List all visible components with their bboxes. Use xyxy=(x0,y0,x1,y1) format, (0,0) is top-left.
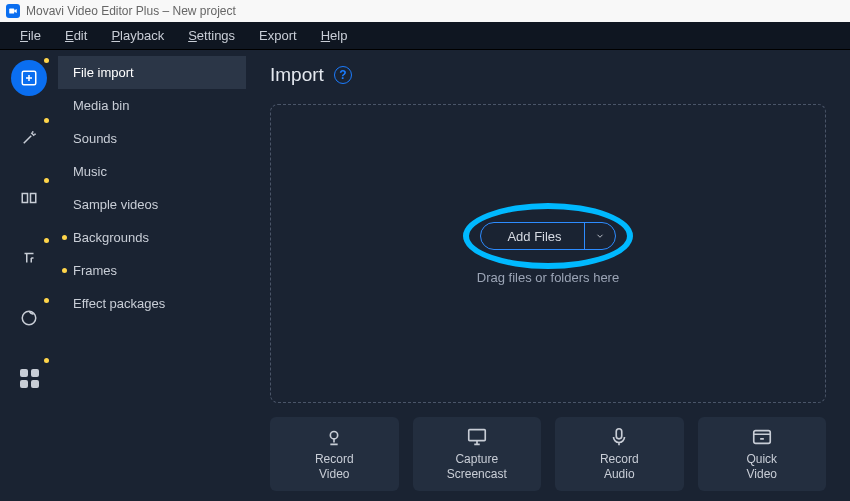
rail-stickers[interactable] xyxy=(11,300,47,336)
wand-icon xyxy=(20,129,38,147)
quick-video-button[interactable]: QuickVideo xyxy=(698,417,827,491)
button-label: CaptureScreencast xyxy=(447,452,507,482)
sidebar-item-frames[interactable]: Frames xyxy=(58,254,246,287)
rail-more[interactable] xyxy=(11,360,47,396)
quick-video-icon xyxy=(751,426,773,448)
rail-dot-icon xyxy=(44,358,49,363)
app-icon xyxy=(6,4,20,18)
new-dot-icon xyxy=(62,268,67,273)
plus-icon xyxy=(20,69,38,87)
grid-icon xyxy=(20,369,39,388)
sidebar-item-label: File import xyxy=(73,65,134,80)
content-panel: Import ? Add Files Drag files or folders… xyxy=(246,50,850,501)
rail-titles[interactable] xyxy=(11,240,47,276)
content-header: Import ? xyxy=(270,64,826,86)
rail-dot-icon xyxy=(44,58,49,63)
sidebar-item-label: Media bin xyxy=(73,98,129,113)
chevron-down-icon xyxy=(595,231,605,241)
sidebar-item-effect-packages[interactable]: Effect packages xyxy=(58,287,246,320)
record-audio-button[interactable]: RecordAudio xyxy=(555,417,684,491)
add-files-wrap: Add Files xyxy=(480,222,615,250)
menu-bar: File Edit Playback Settings Export Help xyxy=(0,22,850,50)
rail-dot-icon xyxy=(44,118,49,123)
menu-file[interactable]: File xyxy=(10,24,51,47)
menu-settings[interactable]: Settings xyxy=(178,24,245,47)
svg-point-4 xyxy=(22,311,36,325)
sidebar-item-music[interactable]: Music xyxy=(58,155,246,188)
add-files-dropdown[interactable] xyxy=(585,231,615,241)
record-video-button[interactable]: RecordVideo xyxy=(270,417,399,491)
sidebar-item-label: Effect packages xyxy=(73,296,165,311)
menu-edit[interactable]: Edit xyxy=(55,24,97,47)
rail-import[interactable] xyxy=(11,60,47,96)
bottom-actions: RecordVideo CaptureScreencast RecordAudi… xyxy=(270,417,826,491)
window-title: Movavi Video Editor Plus – New project xyxy=(26,4,236,18)
button-label: RecordVideo xyxy=(315,452,354,482)
help-icon[interactable]: ? xyxy=(334,66,352,84)
capture-screencast-button[interactable]: CaptureScreencast xyxy=(413,417,542,491)
sidebar-item-label: Backgrounds xyxy=(73,230,149,245)
sidebar-item-label: Sounds xyxy=(73,131,117,146)
sidebar-item-file-import[interactable]: File import xyxy=(58,56,246,89)
dropzone-hint: Drag files or folders here xyxy=(477,270,619,285)
add-files-button[interactable]: Add Files xyxy=(480,222,615,250)
sidebar-item-media-bin[interactable]: Media bin xyxy=(58,89,246,122)
rail-filters[interactable] xyxy=(11,120,47,156)
button-label: QuickVideo xyxy=(746,452,777,482)
button-label: RecordAudio xyxy=(600,452,639,482)
rail-transitions[interactable] xyxy=(11,180,47,216)
text-icon xyxy=(20,249,38,267)
menu-file-rest: ile xyxy=(28,28,41,43)
new-dot-icon xyxy=(62,235,67,240)
monitor-icon xyxy=(466,426,488,448)
rail-dot-icon xyxy=(44,178,49,183)
sidebar-item-sample-videos[interactable]: Sample videos xyxy=(58,188,246,221)
menu-playback[interactable]: Playback xyxy=(101,24,174,47)
sticker-icon xyxy=(20,309,38,327)
svg-rect-7 xyxy=(617,429,623,439)
svg-rect-3 xyxy=(31,194,36,203)
svg-rect-8 xyxy=(754,431,771,444)
rail-dot-icon xyxy=(44,298,49,303)
sidebar-item-label: Frames xyxy=(73,263,117,278)
menu-help[interactable]: Help xyxy=(311,24,358,47)
page-title: Import xyxy=(270,64,324,86)
svg-rect-0 xyxy=(9,9,14,14)
sidebar: File import Media bin Sounds Music Sampl… xyxy=(58,50,246,501)
svg-rect-2 xyxy=(22,194,27,203)
microphone-icon xyxy=(608,426,630,448)
sidebar-item-sounds[interactable]: Sounds xyxy=(58,122,246,155)
dropzone[interactable]: Add Files Drag files or folders here xyxy=(270,104,826,403)
left-icon-rail xyxy=(0,50,58,501)
sidebar-item-backgrounds[interactable]: Backgrounds xyxy=(58,221,246,254)
svg-point-5 xyxy=(331,432,338,439)
sidebar-item-label: Sample videos xyxy=(73,197,158,212)
window-title-bar: Movavi Video Editor Plus – New project xyxy=(0,0,850,22)
svg-rect-6 xyxy=(469,430,486,441)
transition-icon xyxy=(20,189,38,207)
sidebar-item-label: Music xyxy=(73,164,107,179)
rail-dot-icon xyxy=(44,238,49,243)
camera-icon xyxy=(323,426,345,448)
add-files-label: Add Files xyxy=(481,229,583,244)
menu-export[interactable]: Export xyxy=(249,24,307,47)
